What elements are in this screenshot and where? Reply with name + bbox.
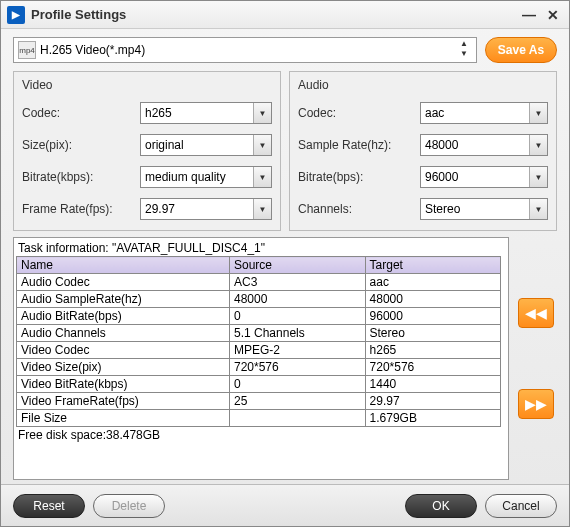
delete-button[interactable]: Delete <box>93 494 165 518</box>
cancel-button[interactable]: Cancel <box>485 494 557 518</box>
profile-text: H.265 Video(*.mp4) <box>40 43 456 57</box>
video-size-label: Size(pix): <box>22 138 140 152</box>
audio-channels-select[interactable]: Stereo▼ <box>420 198 548 220</box>
audio-codec-select[interactable]: aac▼ <box>420 102 548 124</box>
audio-codec-label: Codec: <box>298 106 420 120</box>
prev-button[interactable]: ◀◀ <box>518 298 554 328</box>
video-framerate-label: Frame Rate(fps): <box>22 202 140 216</box>
audio-channels-label: Channels: <box>298 202 420 216</box>
task-info-box: Task information: "AVATAR_FUULL_DISC4_1"… <box>13 237 509 480</box>
col-name: Name <box>17 257 230 274</box>
table-row: Video Size(pix)720*576720*576 <box>17 359 501 376</box>
chevron-down-icon: ▼ <box>529 135 547 155</box>
titlebar: ▶ Profile Settings ― ✕ <box>1 1 569 29</box>
table-row: Audio SampleRate(hz)4800048000 <box>17 291 501 308</box>
task-title: Task information: "AVATAR_FUULL_DISC4_1" <box>16 240 506 256</box>
chevron-down-icon: ▼ <box>253 167 271 187</box>
table-row: Video CodecMPEG-2h265 <box>17 342 501 359</box>
minimize-button[interactable]: ― <box>519 5 539 25</box>
settings-panels: Video Codec: h265▼ Size(pix): original▼ … <box>13 71 557 231</box>
profile-format-icon: mp4 <box>18 41 36 59</box>
save-as-button[interactable]: Save As <box>485 37 557 63</box>
audio-bitrate-select[interactable]: 96000▼ <box>420 166 548 188</box>
profile-row: mp4 H.265 Video(*.mp4) ▲▼ Save As <box>13 37 557 63</box>
table-row: Video FrameRate(fps)2529.97 <box>17 393 501 410</box>
video-bitrate-select[interactable]: medium quality▼ <box>140 166 272 188</box>
task-table: Name Source Target Audio CodecAC3aacAudi… <box>16 256 501 427</box>
audio-panel: Audio Codec: aac▼ Sample Rate(hz): 48000… <box>289 71 557 231</box>
video-size-select[interactable]: original▼ <box>140 134 272 156</box>
chevron-down-icon: ▼ <box>529 199 547 219</box>
table-row: Audio CodecAC3aac <box>17 274 501 291</box>
video-bitrate-label: Bitrate(kbps): <box>22 170 140 184</box>
table-row: Audio BitRate(bps)096000 <box>17 308 501 325</box>
ok-button[interactable]: OK <box>405 494 477 518</box>
video-codec-label: Codec: <box>22 106 140 120</box>
col-target: Target <box>365 257 501 274</box>
audio-heading: Audio <box>298 78 548 92</box>
video-heading: Video <box>22 78 272 92</box>
audio-samplerate-label: Sample Rate(hz): <box>298 138 420 152</box>
task-area: Task information: "AVATAR_FUULL_DISC4_1"… <box>13 237 557 480</box>
content-area: mp4 H.265 Video(*.mp4) ▲▼ Save As Video … <box>1 29 569 484</box>
video-codec-select[interactable]: h265▼ <box>140 102 272 124</box>
chevron-down-icon: ▼ <box>529 103 547 123</box>
col-source: Source <box>230 257 366 274</box>
nav-column: ◀◀ ▶▶ <box>515 237 557 480</box>
video-framerate-select[interactable]: 29.97▼ <box>140 198 272 220</box>
footer: Reset Delete OK Cancel <box>1 484 569 526</box>
next-button[interactable]: ▶▶ <box>518 389 554 419</box>
video-panel: Video Codec: h265▼ Size(pix): original▼ … <box>13 71 281 231</box>
free-disk-label: Free disk space:38.478GB <box>16 427 506 443</box>
window-title: Profile Settings <box>31 7 515 22</box>
reset-button[interactable]: Reset <box>13 494 85 518</box>
audio-samplerate-select[interactable]: 48000▼ <box>420 134 548 156</box>
chevron-down-icon: ▼ <box>253 103 271 123</box>
app-logo-icon: ▶ <box>7 6 25 24</box>
chevron-down-icon: ▼ <box>529 167 547 187</box>
table-row: Audio Channels5.1 ChannelsStereo <box>17 325 501 342</box>
close-button[interactable]: ✕ <box>543 5 563 25</box>
profile-spinner[interactable]: ▲▼ <box>456 40 472 60</box>
chevron-down-icon: ▼ <box>253 135 271 155</box>
table-row: Video BitRate(kbps)01440 <box>17 376 501 393</box>
profile-settings-window: ▶ Profile Settings ― ✕ mp4 H.265 Video(*… <box>0 0 570 527</box>
chevron-down-icon: ▼ <box>253 199 271 219</box>
table-row: File Size1.679GB <box>17 410 501 427</box>
profile-select[interactable]: mp4 H.265 Video(*.mp4) ▲▼ <box>13 37 477 63</box>
audio-bitrate-label: Bitrate(bps): <box>298 170 420 184</box>
